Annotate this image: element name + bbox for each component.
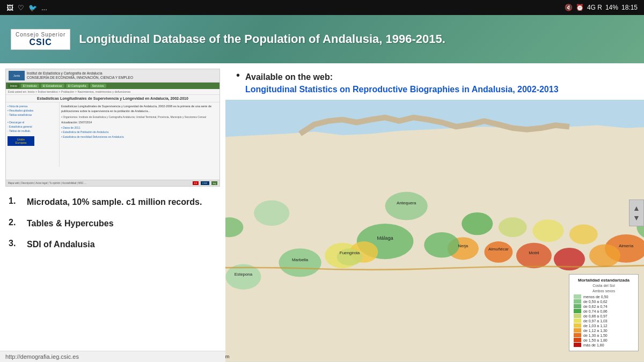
bullet-text-1: Microdata, 10% sample. c1 million record… [27, 196, 202, 208]
legend-items-container: menos de 0,50de 0,50 a 0,62de 0,62 a 0,7… [574, 294, 634, 347]
right-column: • Available on the web: Longitudinal Sta… [225, 63, 644, 362]
svg-point-12 [589, 245, 620, 267]
ws-nav-bar: Inicio El Instituto El Estadísticas El C… [6, 83, 219, 89]
map-area: Málaga Marbella Estepona Fuengirola Nerj… [225, 100, 644, 362]
svg-text:Estepona: Estepona [235, 272, 253, 277]
legend-item: de 0,62 a 0,74 [574, 304, 634, 308]
csic-top-text: Consejo Superior [16, 32, 65, 38]
web-callout-label: Available on the web: [245, 72, 333, 82]
ws-nav-servicios[interactable]: Servicios [90, 84, 106, 88]
ws-header: Junta Institut de Estadística y Cartogra… [6, 69, 219, 83]
more-icon: ... [41, 4, 47, 12]
svg-text:Almería: Almería [619, 243, 634, 248]
legend-item: más de 1,80 [574, 343, 634, 347]
slide-header-title: Longitudinal Database of the Population … [79, 32, 445, 47]
ws-main-title: Estadísticas Longitudinales de Supervive… [6, 95, 219, 102]
slide-container: Consejo Superior CSIC Longitudinal Datab… [0, 15, 644, 362]
svg-point-14 [385, 192, 428, 220]
svg-point-13 [424, 232, 459, 258]
svg-point-20 [569, 225, 598, 245]
svg-point-8 [484, 241, 513, 263]
ws-sidebar: • Nota de prensa • Resultados globales -… [6, 102, 60, 167]
ws-footer-logos: ES CSIC ieg [193, 181, 217, 185]
mute-icon: 🔇 [565, 4, 573, 11]
status-bar: 🖼 ♡ 🐦 ... 🔇 ⏰ 4G R 14% 18:15 [0, 0, 644, 15]
ws-sidebar-general[interactable]: - Estadística general [8, 124, 57, 129]
slide-header: Consejo Superior CSIC Longitudinal Datab… [0, 15, 644, 63]
status-right-info: 🔇 ⏰ 4G R 14% 18:15 [565, 4, 638, 11]
network-label: 4G R [587, 4, 602, 11]
web-callout-bullet: • Available on the web: Longitudinal Sta… [236, 71, 633, 95]
left-column: Junta Institut de Estadística y Cartogra… [0, 63, 225, 362]
legend-subtitle2: Ambos sexos [574, 289, 634, 293]
ws-sidebar-resultados[interactable]: • Resultados globales [8, 108, 57, 113]
bullet-num-1: 1. [9, 196, 21, 206]
ws-footer-spain: ES [193, 181, 199, 185]
map-legend: Mortalidad estandarizada Costa del Sol A… [569, 274, 639, 351]
ws-footer-csic: CSIC [201, 181, 209, 185]
ws-title-text: Institut de Estadística y Cartografía de… [27, 71, 133, 80]
legend-item: de 1,12 a 1,30 [574, 328, 634, 333]
svg-text:5.000 m: 5.000 m [225, 354, 230, 359]
svg-point-17 [462, 212, 493, 235]
ws-sidebar-notas[interactable]: • Nota de prensa [8, 104, 57, 108]
bullet-num-2: 2. [9, 218, 21, 227]
slide-body: Junta Institut de Estadística y Cartogra… [0, 63, 644, 362]
svg-point-15 [254, 201, 289, 226]
web-callout-text: Available on the web: Longitudinal Stati… [245, 71, 559, 95]
csic-logo: Consejo Superior CSIC [11, 29, 70, 50]
scroll-down-arrow: ▼ [633, 214, 640, 221]
svg-text:Motril: Motril [529, 250, 539, 255]
svg-text:Málaga: Málaga [377, 236, 393, 241]
ws-junta-logo: Junta [9, 71, 25, 80]
svg-text:Nerja: Nerja [458, 243, 468, 248]
ws-footer: Mapa web | Descripción | Aviso legal | T… [6, 180, 219, 186]
svg-text:Fuengirola: Fuengirola [340, 250, 360, 255]
svg-text:Almuñécar: Almuñécar [488, 247, 509, 252]
csic-label: CSIC [16, 38, 65, 47]
bullet-text-2: Tables & Hypercubes [27, 218, 114, 230]
legend-item: de 1,50 a 1,80 [574, 338, 634, 342]
photo-icon: 🖼 [6, 4, 13, 12]
battery-label: 14% [605, 4, 618, 11]
web-callout-link[interactable]: Longitudinal Statistics on Reproductive … [245, 85, 559, 94]
map-visual: Málaga Marbella Estepona Fuengirola Nerj… [225, 100, 644, 362]
ws-eu-badge: UniónEuropea [8, 136, 34, 146]
bullet-dot-icon: • [236, 70, 240, 80]
legend-item: de 1,30 a 1,50 [574, 333, 634, 337]
svg-text:Antequera: Antequera [397, 201, 416, 206]
time-label: 18:15 [621, 4, 638, 11]
bullet-item-1: 1. Microdata, 10% sample. c1 million rec… [9, 196, 217, 208]
ws-footer-ieg: ieg [211, 181, 217, 185]
bullet-item-3: 3. SDI of Andalusia [9, 239, 217, 250]
legend-item: de 0,97 a 1,03 [574, 319, 634, 323]
web-callout: • Available on the web: Longitudinal Sta… [225, 63, 644, 100]
ws-main-content: Estadísticas Longitudinales de Supervive… [60, 102, 219, 167]
slide-url: http://demografia.ieg.csic.es [0, 351, 225, 362]
ws-nav-cartografia[interactable]: El Cartografía [66, 84, 89, 88]
ws-sidebar-multi[interactable]: - Tablas de multiab. [8, 129, 57, 133]
svg-point-19 [532, 220, 564, 242]
svg-point-18 [499, 218, 527, 238]
ws-nav-estadisticas[interactable]: El Estadísticas [41, 84, 64, 88]
legend-item: de 0,50 a 0,62 [574, 299, 634, 304]
svg-point-9 [516, 243, 552, 269]
ws-nav-instituto[interactable]: El Instituto [21, 84, 39, 88]
bullet-text-3: SDI of Andalusia [27, 239, 95, 250]
status-left-icons: 🖼 ♡ 🐦 ... [6, 4, 47, 12]
ws-nav-inicio[interactable]: Inicio [8, 84, 19, 88]
svg-text:Marbella: Marbella [292, 257, 309, 262]
bullet-num-3: 3. [9, 239, 21, 248]
scroll-button[interactable]: ▲ ▼ [629, 200, 644, 226]
legend-item: de 1,03 a 1,12 [574, 323, 634, 328]
bullet-item-2: 2. Tables & Hypercubes [9, 218, 217, 230]
scroll-up-arrow: ▲ [633, 204, 640, 212]
clock-icon: ⏰ [576, 4, 584, 11]
twitter-icon: 🐦 [28, 4, 37, 12]
legend-item: de 0,86 a 0,97 [574, 314, 634, 318]
ws-breadcrumb: Está usted en: Inicio > Índice temático … [6, 89, 219, 95]
ws-sidebar-descargar[interactable]: • Descargar el [8, 120, 57, 124]
ws-sidebar-tablas[interactable]: - Tablas estadísticas [8, 113, 57, 117]
legend-item: de 0,74 a 0,86 [574, 309, 634, 313]
ws-logo-area: Junta Institut de Estadística y Cartogra… [9, 71, 133, 80]
